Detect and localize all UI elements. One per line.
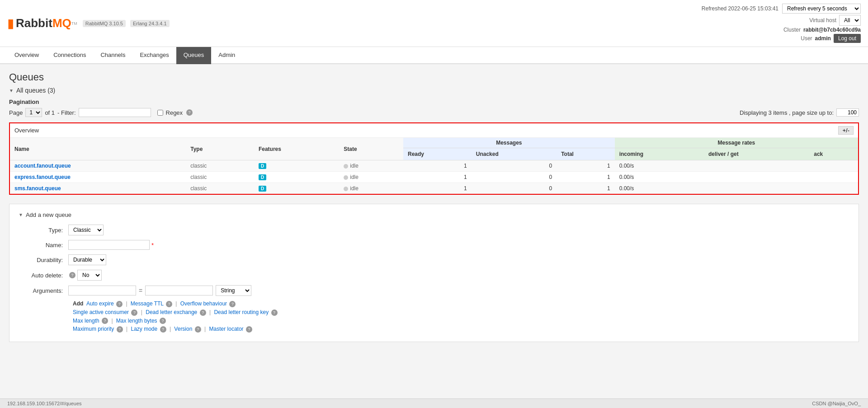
th-messages-group: Messages <box>403 138 615 148</box>
logout-button[interactable]: Log out <box>834 34 861 43</box>
d-badge: D <box>259 163 266 169</box>
add-queue-header[interactable]: ▼ Add a new queue <box>19 211 849 218</box>
version-link[interactable]: Version <box>174 326 192 332</box>
nav-connections[interactable]: Connections <box>46 47 93 64</box>
queues-table: Name Type Features State Messages Messag… <box>10 138 858 194</box>
add-queue-section: ▼ Add a new queue Type: Classic Quorum S… <box>9 204 859 342</box>
cell-features: D <box>254 160 339 172</box>
arg-type-select[interactable]: String Number Boolean <box>216 285 251 296</box>
arguments-row: Arguments: = String Number Boolean <box>19 285 849 296</box>
master-locator-link[interactable]: Master locator <box>209 326 244 332</box>
page-size-input[interactable] <box>836 108 859 117</box>
vhost-label: Virtual host <box>809 17 836 23</box>
cell-ready: 1 <box>403 172 472 183</box>
cell-state: idle <box>339 183 403 194</box>
overflow-behaviour-help[interactable]: ? <box>229 301 236 307</box>
th-rates-group: Message rates <box>615 138 858 148</box>
max-length-bytes-link[interactable]: Max length bytes <box>116 318 157 324</box>
filter-input[interactable] <box>79 108 151 117</box>
cell-total: 1 <box>557 183 615 194</box>
add-queue-title: Add a new queue <box>26 211 71 218</box>
lazy-mode-link[interactable]: Lazy mode <box>131 326 158 332</box>
master-locator-help[interactable]: ? <box>246 326 252 333</box>
cell-deliver-get <box>704 160 809 172</box>
name-input[interactable] <box>68 240 150 250</box>
pagination-section: Pagination Page 1 of 1 - Filter: Regex ?… <box>9 98 859 117</box>
type-row: Type: Classic Quorum Stream <box>19 225 849 235</box>
durability-select[interactable]: Durable Transient <box>68 254 106 265</box>
dead-letter-routing-key-help[interactable]: ? <box>271 310 278 316</box>
auto-delete-select[interactable]: No Yes <box>77 270 102 281</box>
th-name: Name <box>10 138 186 160</box>
nav-overview[interactable]: Overview <box>7 47 46 64</box>
nav-queues[interactable]: Queues <box>176 47 212 64</box>
refresh-line: Refreshed 2022-06-25 15:03:41 Refresh ev… <box>702 4 861 14</box>
message-ttl-link[interactable]: Message TTL <box>131 300 164 307</box>
maximum-priority-link[interactable]: Maximum priority <box>73 326 114 332</box>
state-text: idle <box>350 163 359 169</box>
single-active-help[interactable]: ? <box>131 310 137 316</box>
cell-ack <box>809 183 858 194</box>
cell-name: express.fanout.queue <box>10 172 186 183</box>
version-help[interactable]: ? <box>195 326 201 333</box>
vhost-select[interactable]: All / <box>839 15 861 26</box>
max-length-help[interactable]: ? <box>102 318 108 324</box>
user-label: User <box>801 35 812 42</box>
max-length-bytes-help[interactable]: ? <box>160 318 166 324</box>
table-row: express.fanout.queue classic D idle 1 0 … <box>10 172 858 183</box>
single-active-consumer-link[interactable]: Single active consumer <box>73 309 129 315</box>
nav-exchanges[interactable]: Exchanges <box>132 47 176 64</box>
auto-expire-help[interactable]: ? <box>116 301 123 307</box>
state-dot <box>344 187 348 191</box>
max-length-link[interactable]: Max length <box>73 318 99 324</box>
regex-checkbox[interactable] <box>157 110 163 116</box>
th-type: Type <box>186 138 254 160</box>
d-badge: D <box>259 186 266 192</box>
cluster-line: Cluster rabbit@b7cb4c60cd9a <box>702 27 861 33</box>
refresh-select[interactable]: Refresh every 5 seconds Refresh every 10… <box>782 4 861 14</box>
add-queue-collapse-arrow: ▼ <box>19 212 23 217</box>
displaying-label: Displaying 3 items , page size up to: <box>740 109 834 116</box>
logo-icon: ▮ <box>7 16 14 31</box>
queues-section-header: ▼ All queues (3) <box>9 87 859 94</box>
required-star: * <box>151 242 154 249</box>
arg-value-input[interactable] <box>145 286 213 295</box>
page-select[interactable]: 1 <box>25 108 42 117</box>
d-badge: D <box>259 174 266 180</box>
main: Queues ▼ All queues (3) Pagination Page … <box>0 64 868 354</box>
dead-letter-exchange-link[interactable]: Dead letter exchange <box>146 309 197 315</box>
cell-ack <box>809 172 858 183</box>
add-links-row-3: Max length ? | Max length bytes ? <box>73 318 849 324</box>
arg-key-input[interactable] <box>68 286 136 295</box>
queue-link[interactable]: express.fanout.queue <box>14 174 71 180</box>
queue-link[interactable]: account.fanout.queue <box>14 163 71 169</box>
message-ttl-help[interactable]: ? <box>166 301 172 307</box>
maximum-priority-help[interactable]: ? <box>117 326 123 333</box>
overflow-behaviour-link[interactable]: Overflow behaviour <box>180 300 227 307</box>
eq-sign: = <box>139 287 142 294</box>
cell-incoming: 0.00/s <box>615 160 704 172</box>
auto-delete-help-icon[interactable]: ? <box>69 272 75 278</box>
queue-link[interactable]: sms.fanout.queue <box>14 185 61 192</box>
plus-minus-button[interactable]: +/- <box>838 126 854 135</box>
user-line: User admin Log out <box>702 34 861 43</box>
type-label: Type: <box>19 227 68 234</box>
nav-channels[interactable]: Channels <box>93 47 132 64</box>
dead-letter-routing-key-link[interactable]: Dead letter routing key <box>214 309 269 315</box>
cell-deliver-get <box>704 183 809 194</box>
of-label: of 1 <box>45 109 55 116</box>
auto-expire-link[interactable]: Auto expire <box>86 300 114 307</box>
nav-admin[interactable]: Admin <box>211 47 242 64</box>
regex-help-icon[interactable]: ? <box>186 109 193 116</box>
args-row: = String Number Boolean <box>68 285 251 296</box>
durability-label: Durability: <box>19 257 68 263</box>
collapse-arrow[interactable]: ▼ <box>9 88 14 93</box>
version-info: RabbitMQ 3.10.5 Erlang 24.3.4.1 <box>83 20 170 27</box>
th-ack: ack <box>809 148 858 160</box>
lazy-mode-help[interactable]: ? <box>160 326 166 333</box>
type-select[interactable]: Classic Quorum Stream <box>68 225 104 235</box>
name-label: Name: <box>19 242 68 249</box>
cell-deliver-get <box>704 172 809 183</box>
dead-letter-exchange-help[interactable]: ? <box>200 310 206 316</box>
header: ▮ RabbitMQTM RabbitMQ 3.10.5 Erlang 24.3… <box>0 0 868 47</box>
